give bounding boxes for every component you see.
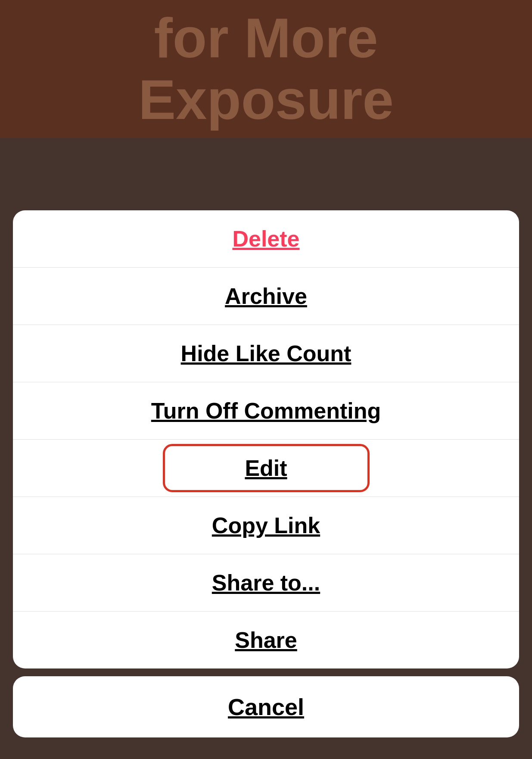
- archive-action-item[interactable]: Archive: [13, 268, 519, 325]
- share-to-label: Share to...: [212, 570, 320, 596]
- hide-like-count-label: Hide Like Count: [181, 340, 352, 366]
- share-label: Share: [235, 627, 297, 653]
- archive-label: Archive: [225, 283, 307, 309]
- turn-off-commenting-label: Turn Off Commenting: [151, 398, 381, 424]
- share-action-item[interactable]: Share: [13, 612, 519, 668]
- turn-off-commenting-action-item[interactable]: Turn Off Commenting: [13, 382, 519, 440]
- action-sheet: Delete Archive Hide Like Count Turn Off …: [13, 210, 519, 668]
- copy-link-action-item[interactable]: Copy Link: [13, 497, 519, 554]
- background-text-area: for MoreExposure: [0, 0, 532, 138]
- sheet-container: Delete Archive Hide Like Count Turn Off …: [0, 202, 532, 759]
- edit-label: Edit: [245, 455, 287, 481]
- cancel-label: Cancel: [228, 693, 304, 720]
- hide-like-count-action-item[interactable]: Hide Like Count: [13, 325, 519, 382]
- share-to-action-item[interactable]: Share to...: [13, 554, 519, 612]
- delete-label: Delete: [232, 226, 299, 252]
- cancel-action-item[interactable]: Cancel: [13, 676, 519, 737]
- cancel-sheet: Cancel: [13, 676, 519, 737]
- background-heading: for MoreExposure: [138, 7, 393, 131]
- delete-action-item[interactable]: Delete: [13, 210, 519, 268]
- copy-link-label: Copy Link: [212, 512, 320, 538]
- edit-action-item[interactable]: Edit: [13, 440, 519, 497]
